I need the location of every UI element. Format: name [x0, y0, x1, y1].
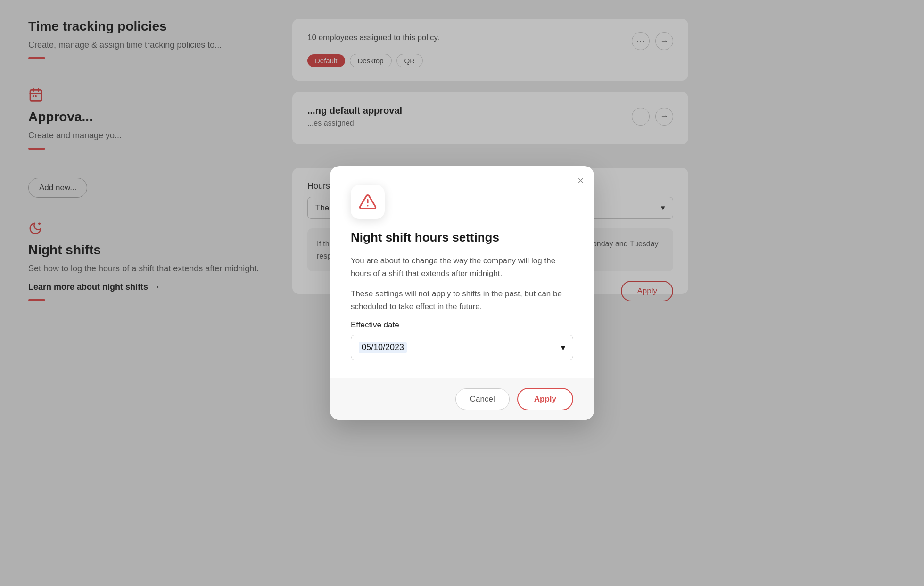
modal-body: × Night shift hours settings You are abo…	[330, 166, 594, 379]
cancel-button[interactable]: Cancel	[455, 388, 510, 410]
chevron-down-icon: ▾	[561, 343, 565, 353]
close-icon: ×	[578, 175, 584, 186]
modal-desc-1: You are about to change the way the comp…	[351, 254, 573, 280]
close-button[interactable]: ×	[578, 176, 584, 186]
date-value: 05/10/2023	[359, 342, 407, 353]
date-input[interactable]: 05/10/2023 ▾	[351, 335, 573, 360]
effective-date-label: Effective date	[351, 320, 573, 330]
modal-overlay: × Night shift hours settings You are abo…	[0, 0, 924, 586]
modal-desc-2: These settings will not apply to shifts …	[351, 287, 573, 313]
warning-icon-wrap	[351, 185, 385, 219]
warning-icon	[359, 193, 377, 211]
modal-footer: Cancel Apply	[330, 378, 594, 420]
modal-title: Night shift hours settings	[351, 230, 573, 245]
modal-dialog: × Night shift hours settings You are abo…	[330, 166, 594, 420]
apply-button[interactable]: Apply	[517, 388, 573, 410]
